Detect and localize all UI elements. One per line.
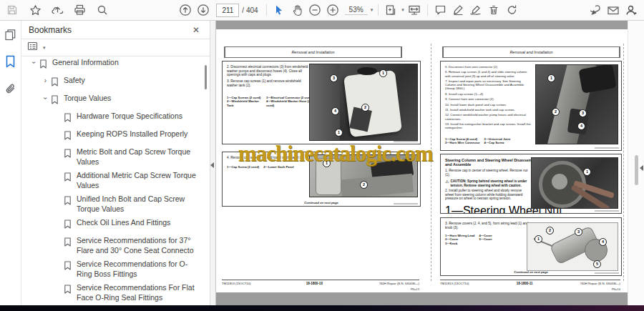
bookmarks-panel-icon[interactable]	[3, 54, 19, 69]
legend-column: 1—Cap Screws (2 used)2—Windshield Washer…	[227, 96, 262, 107]
panel-divider[interactable]	[210, 21, 216, 305]
bookmark-item[interactable]: Additional Metric Cap Screw Torque Value…	[21, 169, 210, 192]
page-number-input[interactable]	[216, 4, 239, 17]
bookmark-item-label: General Information	[52, 58, 119, 68]
bookmark-icon	[64, 148, 72, 161]
bookmark-item[interactable]: Service Recommendations For Flat Face O-…	[21, 281, 210, 305]
bookmark-icon	[51, 76, 59, 89]
fill-sign-icon[interactable]	[586, 1, 604, 19]
bookmark-item[interactable]: Metric Bolt and Cap Screw Torque Values	[21, 145, 210, 169]
email-icon[interactable]	[604, 1, 622, 19]
print-icon[interactable]	[71, 1, 89, 19]
section-page-number: 18-1800-11	[497, 282, 553, 285]
callout-number: 4	[599, 238, 607, 246]
legend-entry: 4—Windshield Washer Hose (2 used)	[266, 99, 313, 107]
bookmark-item[interactable]: General Information	[21, 56, 210, 74]
rotate-icon[interactable]	[503, 1, 521, 19]
share-upload-icon[interactable]	[49, 1, 67, 19]
steering-wheel-photo: 1	[531, 157, 618, 209]
star-icon[interactable]	[26, 1, 44, 19]
bookmark-item[interactable]: Hardware Torque Specifications	[21, 109, 210, 127]
manual-number: TM11813 (13OCT10)	[440, 282, 497, 285]
legend-column: 4—Cover5—Cover	[479, 234, 492, 245]
callout-number: 3	[579, 109, 587, 117]
bookmark-options-caret-icon[interactable]: ▾	[43, 45, 46, 51]
collapse-tools-pane-icon[interactable]	[640, 165, 643, 171]
bookmark-item[interactable]: Unified Inch Bolt and Cap Screw Torque V…	[21, 192, 210, 216]
callout-number: 2	[360, 181, 368, 189]
sign-icon[interactable]	[467, 1, 485, 19]
previous-page-icon[interactable]	[176, 1, 194, 19]
bookmark-icon	[64, 219, 72, 232]
page-thumbnails-icon[interactable]	[3, 26, 19, 42]
callout-number: 1	[535, 235, 542, 243]
zoom-level-value[interactable]: 53%	[345, 6, 368, 15]
bookmark-item-label: Unified Inch Bolt and Cap Screw Torque V…	[77, 194, 200, 214]
procedure-step: 5. Disconnect horn wire connector (2).	[445, 65, 531, 69]
washer-tank-photo: 13421	[309, 64, 418, 141]
procedure-step: 13. Install fire extinguisher bracket an…	[445, 122, 531, 129]
callout-number: 4	[331, 107, 339, 115]
chevron-icon[interactable]	[29, 59, 39, 66]
bookmark-options-icon[interactable]	[27, 41, 40, 54]
hand-tool-icon[interactable]	[288, 1, 306, 19]
procedure-steps: 5. Disconnect horn wire connector (2).6.…	[445, 65, 531, 132]
zoom-in-icon[interactable]	[324, 1, 342, 19]
fit-caret-icon[interactable]: ▾	[401, 7, 404, 13]
bookmark-icon	[64, 195, 72, 208]
bookmark-item[interactable]: Torque Values	[21, 92, 210, 109]
legend-column: 1—Horn Wiring Lead2—Cover3—Knob	[445, 234, 474, 245]
bookmark-item[interactable]: Check Oil Lines And Fittings	[21, 216, 210, 234]
bookmark-item-label: Safety	[64, 76, 85, 86]
right-page-section-2: Steering Column and Steering Wheel Disas…	[440, 154, 622, 214]
chevron-icon[interactable]	[41, 94, 50, 102]
legend-entry: 2—Windshield Washer Tank	[227, 99, 262, 107]
attachments-icon[interactable]	[3, 81, 19, 97]
callout-number: 3	[330, 74, 338, 82]
next-page-icon[interactable]	[194, 1, 212, 19]
procedure-step: 3. Remove cap screws (1) and remove wind…	[227, 79, 311, 87]
select-tool-icon[interactable]	[270, 1, 288, 19]
bookmark-item[interactable]: Safety	[21, 74, 210, 92]
callout-number: 5	[593, 260, 601, 268]
document-scrollbar[interactable]	[628, 21, 644, 305]
search-icon[interactable]	[93, 1, 111, 19]
bookmarks-panel: Bookmarks ✕ ▾ General Information Saf	[21, 21, 210, 305]
save-icon[interactable]	[3, 1, 21, 19]
zoom-out-icon[interactable]	[306, 1, 324, 19]
right-page-footer: TM11813 (13OCT10) 18-1800-11 740H Repair…	[440, 280, 620, 285]
fit-width-icon[interactable]	[406, 1, 424, 19]
document-viewport[interactable]: Removal and Installation 2. Disconnect e…	[215, 21, 644, 305]
fit-page-icon[interactable]	[382, 1, 400, 19]
callout-number: 1	[583, 168, 591, 176]
procedure-step: 3. Remove covers (2, 4, and 5), horn wir…	[445, 222, 531, 229]
page-crop-mark	[623, 44, 624, 281]
bookmark-item-label: Service Recommendations For Flat Face O-…	[77, 283, 200, 302]
close-icon[interactable]: ✕	[190, 24, 203, 36]
bookmark-icon	[64, 237, 72, 250]
account-icon[interactable]	[622, 1, 640, 19]
scrollbar-thumb[interactable]	[635, 155, 638, 185]
bookmark-icon	[64, 112, 72, 125]
taskbar[interactable]	[0, 305, 644, 311]
procedure-step: 12. Connect windshield washer pump hoses…	[445, 113, 531, 120]
procedure-step: 8. Install cap screws (1—4).	[445, 92, 531, 96]
bookmark-item[interactable]: Keeping ROPS Installed Properly	[21, 127, 210, 145]
comment-icon[interactable]	[431, 1, 449, 19]
highlight-icon[interactable]	[449, 1, 467, 19]
bookmark-item-label: Hardware Torque Specifications	[77, 112, 182, 122]
callout-number: 4	[577, 122, 585, 130]
callout-number: 3	[575, 228, 582, 236]
continued-note: Continued on next page	[223, 201, 420, 204]
bookmark-item[interactable]: Service Recommendations for 37° Flare an…	[21, 234, 210, 257]
zoom-caret-icon[interactable]: ▾	[371, 7, 374, 13]
chevron-icon[interactable]	[42, 76, 49, 85]
collapse-sidebar-icon[interactable]	[210, 162, 214, 168]
bookmark-item[interactable]: Service Recommendations for O-Ring Boss …	[21, 257, 210, 281]
trash-icon[interactable]	[485, 1, 503, 19]
pn-label: PN=13	[411, 287, 419, 291]
bookmark-item-label: Keeping ROPS Installed Properly	[77, 129, 187, 139]
procedure-step: 2. Disconnect electrical connectors (3) …	[227, 65, 311, 77]
watermark-text: machinecatalogic.com	[238, 141, 433, 167]
sidebar-scrollbar-thumb[interactable]	[205, 65, 207, 89]
